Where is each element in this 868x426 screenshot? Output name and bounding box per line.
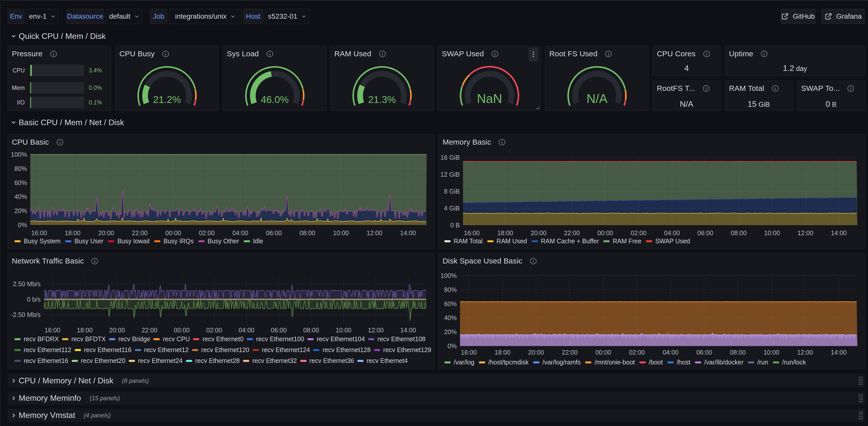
svg-text:08:00: 08:00: [731, 230, 747, 237]
svg-text:80%: 80%: [14, 165, 27, 172]
svg-text:22:00: 22:00: [564, 230, 580, 237]
svg-text:22:00: 22:00: [132, 230, 148, 237]
svg-text:100%: 100%: [440, 272, 457, 279]
svg-text:21.2%: 21.2%: [153, 94, 181, 105]
svg-text:14:00: 14:00: [400, 230, 416, 237]
svg-text:16:00: 16:00: [464, 230, 480, 237]
svg-text:06:00: 06:00: [698, 230, 713, 237]
svg-text:46.0%: 46.0%: [261, 94, 289, 105]
svg-text:08:00: 08:00: [730, 349, 746, 356]
svg-text:14:00: 14:00: [831, 230, 847, 237]
svg-text:12:00: 12:00: [367, 230, 382, 237]
svg-text:40%: 40%: [444, 314, 457, 321]
svg-text:10:00: 10:00: [764, 230, 780, 237]
svg-text:02:00: 02:00: [206, 327, 222, 334]
svg-text:00:00: 00:00: [597, 230, 613, 237]
svg-text:04:00: 04:00: [664, 230, 680, 237]
svg-text:40%: 40%: [14, 193, 27, 200]
svg-text:60%: 60%: [444, 300, 457, 307]
svg-text:18:00: 18:00: [495, 349, 510, 356]
svg-text:16:00: 16:00: [31, 230, 47, 237]
svg-text:8 GiB: 8 GiB: [444, 188, 460, 195]
svg-text:N/A: N/A: [586, 92, 608, 106]
svg-text:00:00: 00:00: [174, 327, 190, 334]
svg-text:10:00: 10:00: [333, 230, 349, 237]
svg-text:20:00: 20:00: [528, 349, 544, 356]
svg-text:04:00: 04:00: [232, 230, 248, 237]
svg-text:20%: 20%: [14, 207, 27, 214]
svg-text:02:00: 02:00: [631, 230, 647, 237]
svg-text:0%: 0%: [447, 342, 457, 349]
svg-text:14:00: 14:00: [400, 327, 416, 334]
svg-text:21.3%: 21.3%: [368, 94, 396, 105]
svg-text:NaN: NaN: [477, 92, 502, 106]
svg-text:100%: 100%: [11, 151, 27, 158]
svg-text:-2.50 Mb/s: -2.50 Mb/s: [11, 311, 41, 318]
svg-text:20%: 20%: [444, 328, 457, 335]
svg-text:20:00: 20:00: [531, 230, 547, 237]
svg-text:4 GiB: 4 GiB: [444, 205, 460, 212]
svg-text:22:00: 22:00: [562, 349, 578, 356]
svg-text:18:00: 18:00: [65, 230, 81, 237]
svg-text:12:00: 12:00: [798, 230, 813, 237]
svg-text:60%: 60%: [14, 179, 27, 186]
svg-text:04:00: 04:00: [239, 327, 254, 334]
svg-text:12 GiB: 12 GiB: [440, 171, 460, 178]
svg-text:0%: 0%: [18, 221, 27, 229]
svg-text:16:00: 16:00: [461, 349, 477, 356]
svg-text:00:00: 00:00: [165, 230, 181, 237]
svg-text:2.50 Mb/s: 2.50 Mb/s: [13, 280, 41, 287]
svg-text:08:00: 08:00: [300, 230, 315, 237]
svg-text:04:00: 04:00: [662, 349, 679, 356]
svg-text:14:00: 14:00: [831, 349, 846, 356]
svg-text:18:00: 18:00: [497, 230, 513, 237]
svg-text:02:00: 02:00: [629, 349, 645, 356]
svg-text:06:00: 06:00: [266, 230, 282, 237]
svg-text:02:00: 02:00: [199, 230, 215, 237]
svg-text:22:00: 22:00: [142, 327, 157, 334]
svg-text:20:00: 20:00: [109, 327, 125, 334]
svg-text:10:00: 10:00: [764, 349, 779, 356]
svg-text:16:00: 16:00: [45, 327, 61, 334]
svg-text:12:00: 12:00: [797, 349, 813, 356]
svg-text:18:00: 18:00: [77, 327, 93, 334]
svg-text:00:00: 00:00: [595, 349, 611, 356]
svg-text:0 b/s: 0 b/s: [27, 296, 41, 303]
svg-text:10:00: 10:00: [336, 327, 351, 334]
svg-text:06:00: 06:00: [271, 327, 287, 334]
svg-text:0 B: 0 B: [450, 221, 460, 229]
svg-text:08:00: 08:00: [303, 327, 319, 334]
svg-text:20:00: 20:00: [98, 230, 114, 237]
svg-text:06:00: 06:00: [696, 349, 712, 356]
svg-text:80%: 80%: [444, 286, 457, 293]
svg-text:12:00: 12:00: [368, 327, 384, 334]
svg-text:16 GiB: 16 GiB: [440, 154, 460, 161]
